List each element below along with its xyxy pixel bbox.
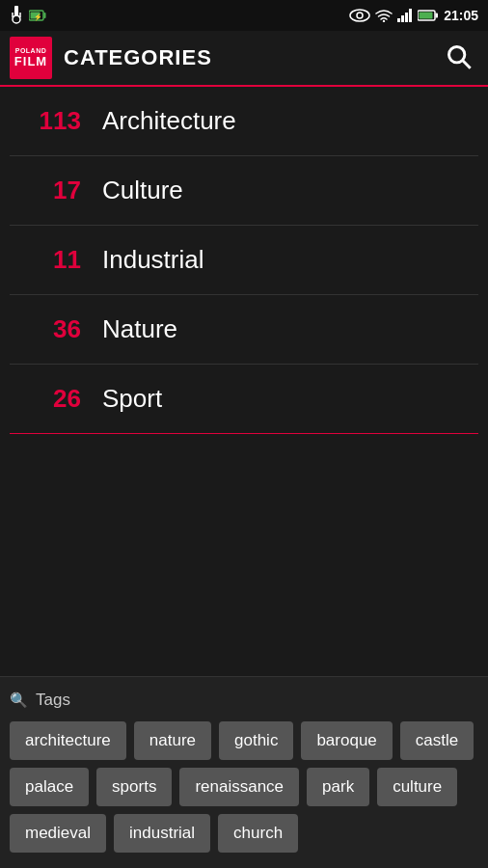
- svg-point-10: [383, 20, 385, 22]
- category-item[interactable]: 113Architecture: [10, 87, 478, 156]
- logo: POLAND FILM: [10, 37, 52, 79]
- eye-icon: [349, 9, 370, 22]
- tag-chip[interactable]: park: [307, 768, 369, 806]
- wifi-icon: [375, 9, 393, 22]
- tag-chip[interactable]: culture: [377, 768, 457, 806]
- tag-chip[interactable]: sports: [96, 768, 172, 806]
- category-count: 26: [15, 384, 81, 414]
- tag-chip[interactable]: baroque: [301, 721, 392, 760]
- status-bar: ⚡ 21:05: [0, 0, 488, 31]
- category-name: Architecture: [102, 106, 236, 136]
- tag-chip[interactable]: church: [218, 814, 298, 853]
- logo-poland: POLAND: [15, 47, 47, 54]
- signal-icon: [397, 9, 413, 22]
- category-count: 17: [15, 176, 81, 205]
- tags-header: 🔍 Tags: [10, 691, 478, 710]
- svg-text:⚡: ⚡: [34, 13, 42, 21]
- category-list: 113Architecture17Culture11Industrial36Na…: [0, 87, 488, 434]
- tag-chip[interactable]: nature: [134, 721, 211, 760]
- status-left: ⚡: [10, 6, 46, 25]
- svg-line-19: [463, 61, 471, 68]
- category-name: Nature: [102, 314, 177, 344]
- category-count: 36: [15, 314, 81, 344]
- tag-chip[interactable]: gothic: [219, 721, 293, 760]
- tags-row: architecturenaturegothicbaroquecastlepal…: [10, 721, 478, 853]
- logo-film: FILM: [14, 54, 47, 68]
- svg-point-9: [357, 13, 363, 18]
- svg-point-1: [13, 15, 20, 23]
- category-count: 11: [15, 245, 81, 275]
- search-icon: [446, 43, 473, 70]
- tag-chip[interactable]: castle: [400, 721, 474, 760]
- main-battery-icon: [418, 9, 439, 22]
- svg-rect-17: [420, 13, 433, 19]
- svg-rect-5: [44, 13, 46, 18]
- tag-chip[interactable]: industrial: [114, 814, 210, 853]
- category-item[interactable]: 11Industrial: [10, 226, 478, 295]
- category-item[interactable]: 17Culture: [10, 156, 478, 226]
- category-name: Sport: [102, 384, 162, 414]
- svg-point-8: [350, 10, 369, 21]
- page-title: CATEGORIES: [64, 45, 440, 70]
- tags-label: Tags: [36, 691, 70, 710]
- tags-section: 🔍 Tags architecturenaturegothicbaroqueca…: [0, 676, 488, 868]
- category-name: Industrial: [102, 245, 204, 275]
- svg-rect-0: [14, 6, 18, 15]
- battery-status-icon: ⚡: [29, 9, 46, 22]
- status-right: 21:05: [349, 8, 478, 23]
- svg-rect-16: [436, 14, 439, 18]
- category-item[interactable]: 26Sport: [10, 365, 478, 434]
- svg-rect-14: [409, 9, 412, 22]
- category-item[interactable]: 36Nature: [10, 295, 478, 365]
- search-button[interactable]: [440, 38, 478, 79]
- category-count: 113: [15, 106, 81, 136]
- tag-chip[interactable]: architecture: [10, 721, 126, 760]
- tags-search-icon: 🔍: [10, 692, 28, 709]
- toolbar: POLAND FILM CATEGORIES: [0, 31, 488, 87]
- tag-chip[interactable]: renaissance: [179, 768, 299, 806]
- svg-rect-13: [405, 13, 408, 22]
- svg-rect-11: [397, 18, 400, 22]
- tag-chip[interactable]: palace: [10, 768, 89, 806]
- usb-icon: [10, 6, 23, 25]
- time-display: 21:05: [444, 8, 478, 23]
- svg-rect-12: [401, 15, 404, 22]
- svg-point-18: [449, 46, 465, 62]
- category-name: Culture: [102, 176, 183, 205]
- tag-chip[interactable]: medieval: [10, 814, 106, 853]
